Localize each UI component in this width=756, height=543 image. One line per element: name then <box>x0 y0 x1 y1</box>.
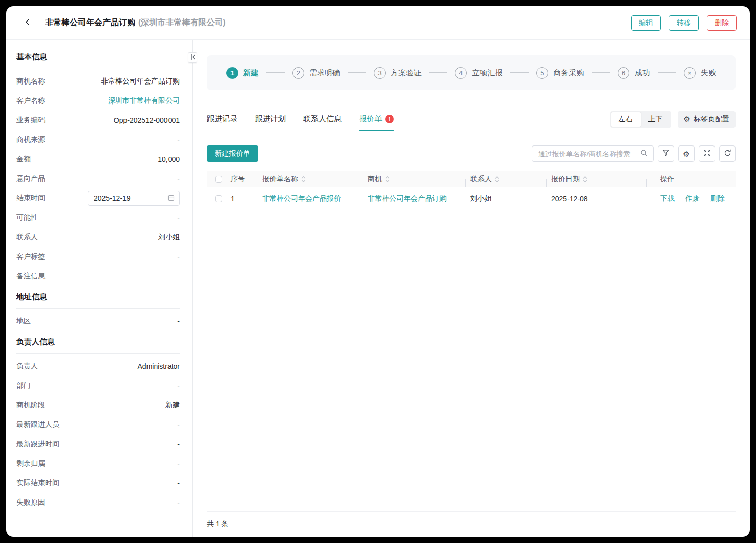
main-panel: 1 新建 2 需求明确 3 方案验证 4 立项汇报 <box>193 40 750 537</box>
table-row[interactable]: 1 非常棒公司年会产品报价 非常棒公司年会产品订购 刘小姐 2025-12-08… <box>207 187 736 210</box>
new-quote-button[interactable]: 新建报价单 <box>207 145 258 162</box>
page-title-group: 非常棒公司年会产品订购 (深圳市非常棒有限公司) <box>45 17 226 28</box>
field-row: 部门 - <box>16 376 180 395</box>
step-label: 失败 <box>701 68 716 78</box>
field-label: 最新跟进人员 <box>16 420 59 429</box>
step-label: 方案验证 <box>391 68 422 78</box>
field-row: 失败原因 - <box>16 493 180 512</box>
view-toggle-vertical[interactable]: 上下 <box>641 112 670 127</box>
field-value: - <box>177 479 180 487</box>
section-divider <box>16 353 180 354</box>
collapse-left-icon <box>190 53 196 62</box>
field-value: - <box>177 421 180 429</box>
step-failed[interactable]: × 失败 <box>684 67 716 79</box>
field-value: - <box>177 253 180 261</box>
step-label: 需求明确 <box>309 68 340 78</box>
field-value: Opp-202512-000001 <box>114 116 180 124</box>
field-row: 意向产品 - <box>16 169 180 189</box>
tab-config-button[interactable]: ⚙ 标签页配置 <box>678 111 736 128</box>
tab-label: 联系人信息 <box>303 114 342 124</box>
download-action[interactable]: 下载 <box>660 194 675 203</box>
field-value: - <box>177 317 180 325</box>
column-label: 商机 <box>368 175 382 184</box>
field-label: 负责人 <box>16 362 38 371</box>
step-solution[interactable]: 3 方案验证 <box>374 67 422 79</box>
field-label: 业务编码 <box>16 116 45 125</box>
field-row: 实际结束时间 - <box>16 473 180 493</box>
page-subtitle: (深圳市非常棒有限公司) <box>138 17 226 28</box>
step-number: 6 <box>618 67 629 79</box>
sort-icon[interactable] <box>583 176 587 183</box>
fullscreen-button[interactable] <box>699 145 715 162</box>
quote-search-input[interactable] <box>537 150 640 158</box>
field-value: - <box>177 440 180 448</box>
header-actions: 编辑 转移 删除 <box>631 15 737 31</box>
step-connector <box>266 72 285 73</box>
column-settings-button[interactable]: ⚙ <box>678 145 695 162</box>
refresh-button[interactable] <box>719 145 736 162</box>
field-label: 实际结束时间 <box>16 478 59 488</box>
row-actions-cell: 下载 作废 删除 <box>652 187 736 210</box>
field-label: 备注信息 <box>16 272 45 281</box>
end-date-input[interactable]: 2025-12-19 <box>88 191 180 206</box>
quote-name-link[interactable]: 非常棒公司年会产品报价 <box>262 194 341 203</box>
tab-quotes[interactable]: 报价单 1 <box>359 108 394 131</box>
opportunity-link[interactable]: 非常棒公司年会产品订购 <box>368 194 447 203</box>
delete-button[interactable]: 删除 <box>707 15 737 31</box>
select-all-checkbox[interactable] <box>215 176 222 183</box>
column-contact: 联系人 <box>470 175 551 184</box>
collapse-sidebar-button[interactable] <box>188 52 197 63</box>
quote-search-box <box>532 145 654 162</box>
step-new[interactable]: 1 新建 <box>226 67 259 79</box>
quotes-table: 序号 报价单名称 商机 联系人 <box>207 171 736 210</box>
search-icon <box>640 149 648 159</box>
gear-icon: ⚙ <box>684 115 690 123</box>
field-row: 商机名称 非常棒公司年会产品订购 <box>16 72 180 91</box>
step-success[interactable]: 6 成功 <box>618 67 650 79</box>
field-label: 可能性 <box>16 213 38 222</box>
edit-button[interactable]: 编辑 <box>631 15 661 31</box>
column-label: 联系人 <box>470 175 492 184</box>
step-report[interactable]: 4 立项汇报 <box>455 67 502 79</box>
tab-contacts[interactable]: 联系人信息 <box>303 108 342 131</box>
step-label: 商务采购 <box>553 68 584 78</box>
field-row: 最新跟进人员 - <box>16 415 180 434</box>
field-label: 联系人 <box>16 233 38 242</box>
field-label: 最新跟进时间 <box>16 440 59 449</box>
view-toggle-horizontal[interactable]: 左右 <box>611 112 641 127</box>
row-checkbox[interactable] <box>215 195 222 202</box>
column-label: 报价日期 <box>551 175 580 184</box>
transfer-button[interactable]: 转移 <box>669 15 699 31</box>
total-count: 共 1 条 <box>207 511 736 530</box>
page-header: 非常棒公司年会产品订购 (深圳市非常棒有限公司) 编辑 转移 删除 <box>6 6 750 40</box>
sort-icon[interactable] <box>495 176 499 183</box>
step-requirement[interactable]: 2 需求明确 <box>292 67 340 79</box>
step-connector <box>592 72 610 73</box>
tab-follow-plans[interactable]: 跟进计划 <box>255 108 286 131</box>
step-connector <box>429 72 448 73</box>
row-checkbox-cell <box>207 195 230 202</box>
field-value: - <box>177 214 180 222</box>
field-row: 结束时间 2025-12-19 <box>16 189 180 208</box>
field-label: 失败原因 <box>16 498 45 507</box>
view-toggle: 左右 上下 <box>610 111 671 128</box>
field-row: 金额 10,000 <box>16 150 180 169</box>
void-action[interactable]: 作废 <box>685 194 700 203</box>
step-number: 5 <box>536 67 548 79</box>
field-value: - <box>177 175 180 183</box>
field-value: Administrator <box>138 362 180 370</box>
tab-follow-records[interactable]: 跟进记录 <box>207 108 238 131</box>
customer-link[interactable]: 深圳市非常棒有限公司 <box>108 96 180 106</box>
calendar-icon <box>167 194 175 203</box>
back-button[interactable] <box>22 17 34 29</box>
action-divider <box>705 195 705 202</box>
delete-action[interactable]: 删除 <box>710 194 725 203</box>
detail-tabbar: 跟进记录 跟进计划 联系人信息 报价单 1 左右 上下 <box>207 108 736 131</box>
sort-icon[interactable] <box>385 176 390 183</box>
filter-button[interactable] <box>658 145 674 162</box>
fullscreen-icon <box>703 149 711 159</box>
column-index: 序号 <box>230 175 262 184</box>
row-quote-name-cell: 非常棒公司年会产品报价 <box>262 194 368 203</box>
step-procurement[interactable]: 5 商务采购 <box>536 67 584 79</box>
sort-icon[interactable] <box>301 176 306 183</box>
